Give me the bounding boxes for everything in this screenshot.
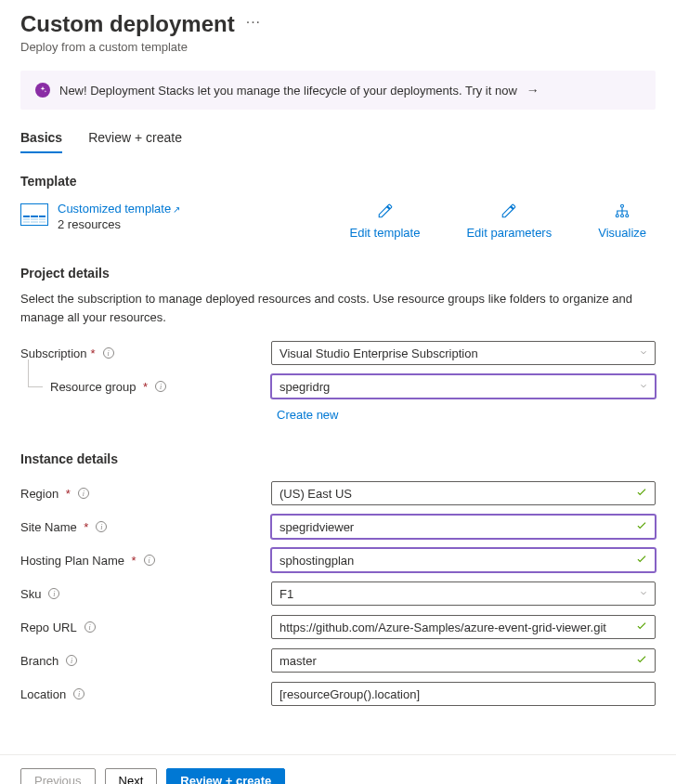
- edit-template-button[interactable]: Edit template: [350, 202, 421, 240]
- info-icon[interactable]: i: [78, 488, 89, 499]
- info-icon[interactable]: i: [66, 655, 77, 666]
- info-icon[interactable]: i: [103, 347, 114, 359]
- create-new-resource-group-link[interactable]: Create new: [277, 408, 338, 422]
- sku-label: Sku i: [20, 587, 262, 601]
- arrow-right-icon: →: [526, 83, 540, 98]
- tabs: Basics Review + create: [20, 130, 656, 153]
- edit-parameters-button[interactable]: Edit parameters: [466, 202, 552, 240]
- svg-point-3: [626, 215, 629, 217]
- page-title: Custom deployment: [20, 9, 235, 38]
- info-icon[interactable]: i: [73, 688, 84, 699]
- next-button[interactable]: Next: [105, 768, 158, 784]
- template-grid-icon: [20, 203, 48, 226]
- pencil-icon: [376, 202, 395, 220]
- subscription-label: Subscription* i: [20, 346, 262, 360]
- banner-text: New! Deployment Stacks let you manage th…: [59, 84, 517, 98]
- svg-point-2: [621, 215, 624, 217]
- tree-connector-icon: [20, 376, 46, 397]
- info-icon[interactable]: i: [96, 521, 107, 532]
- sku-select[interactable]: [271, 581, 656, 606]
- svg-point-1: [616, 215, 618, 217]
- branch-input[interactable]: [271, 648, 656, 673]
- resources-count: 2 resources: [58, 217, 180, 231]
- project-details-description: Select the subscription to manage deploy…: [20, 290, 656, 326]
- resource-group-select[interactable]: [271, 374, 656, 399]
- info-icon[interactable]: i: [48, 588, 59, 599]
- more-actions-icon[interactable]: ···: [246, 14, 261, 34]
- repo-url-input[interactable]: [271, 615, 656, 639]
- deployment-stacks-banner[interactable]: New! Deployment Stacks let you manage th…: [20, 71, 656, 110]
- visualize-button[interactable]: Visualize: [598, 202, 646, 240]
- site-name-label: Site Name * i: [20, 520, 262, 534]
- tab-basics[interactable]: Basics: [20, 130, 62, 152]
- hosting-plan-input[interactable]: [271, 548, 656, 572]
- tab-review-create[interactable]: Review + create: [88, 130, 182, 152]
- resource-group-label: Resource group * i: [20, 376, 262, 397]
- location-input[interactable]: [271, 682, 656, 706]
- hierarchy-icon: [613, 202, 631, 220]
- external-link-icon: ↗: [173, 204, 180, 215]
- template-heading: Template: [20, 174, 656, 189]
- footer: Previous Next Review + create: [0, 754, 676, 784]
- customized-template-link[interactable]: Customized template↗: [58, 202, 180, 216]
- branch-label: Branch i: [20, 654, 262, 668]
- review-create-button[interactable]: Review + create: [166, 768, 285, 784]
- sparkle-icon: [35, 83, 50, 98]
- previous-button: Previous: [20, 768, 96, 784]
- region-label: Region * i: [20, 487, 262, 501]
- pencil-icon: [500, 202, 518, 220]
- location-label: Location i: [20, 687, 262, 701]
- info-icon[interactable]: i: [84, 621, 96, 633]
- project-details-heading: Project details: [20, 266, 656, 281]
- hosting-plan-label: Hosting Plan Name * i: [20, 554, 262, 568]
- info-icon[interactable]: i: [144, 555, 155, 566]
- instance-details-heading: Instance details: [20, 451, 656, 466]
- page-subtitle: Deploy from a custom template: [20, 40, 656, 54]
- svg-point-0: [621, 204, 624, 207]
- info-icon[interactable]: i: [155, 381, 166, 392]
- repo-url-label: Repo URL i: [20, 621, 262, 634]
- subscription-select[interactable]: [271, 341, 656, 365]
- region-select[interactable]: [271, 481, 656, 505]
- site-name-input[interactable]: [271, 515, 656, 539]
